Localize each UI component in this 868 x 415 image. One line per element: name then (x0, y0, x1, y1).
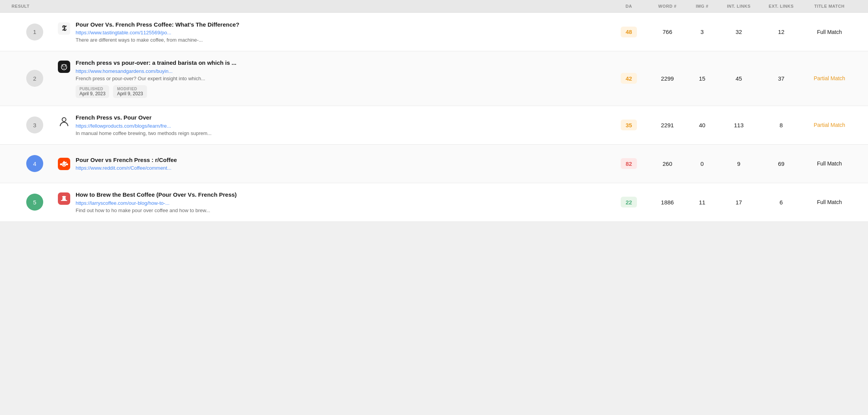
result-url[interactable]: https://www.homesandgardens.com/buyin... (76, 68, 236, 74)
int-links-cell: 113 (718, 122, 760, 128)
result-url[interactable]: https://www.tastingtable.com/1125569/po.… (76, 30, 240, 35)
da-cell: 48 (610, 27, 648, 37)
result-col: French Press vs. Pour Over https://fello… (58, 114, 610, 136)
result-snippet: Find out how to ho make pour over coffee… (76, 208, 237, 213)
rank-col: 4 (12, 155, 58, 172)
result-meta: Published April 9, 2023 Modified April 9… (76, 85, 236, 98)
table-row: 3 French Press vs. Pour Over https://fel… (0, 106, 868, 145)
results-table: Result DA Word # IMG # Int. Links Ext. L… (0, 0, 868, 415)
svg-point-8 (65, 162, 67, 163)
da-cell: 35 (610, 120, 648, 130)
word-cell: 2299 (648, 75, 687, 82)
table-row: 4 Pour Over vs French Press (0, 145, 868, 183)
favicon-col (58, 114, 70, 128)
img-cell: 3 (687, 29, 718, 35)
int-links-cell: 32 (718, 29, 760, 35)
result-content: Pour Over Vs. French Press Coffee: What'… (76, 21, 240, 43)
result-snippet: There are different ways to make coffee,… (76, 37, 240, 43)
table-row: 5 How to Brew the Best Coffee (Pour Over… (0, 183, 868, 222)
word-cell: 260 (648, 160, 687, 167)
da-badge: 82 (621, 158, 637, 169)
ext-links-cell: 12 (760, 29, 802, 35)
result-url[interactable]: https://larryscoffee.com/our-blog/how-to… (76, 200, 237, 206)
svg-point-11 (66, 163, 68, 165)
result-col: How to Brew the Best Coffee (Pour Over V… (58, 191, 610, 213)
da-cell: 82 (610, 158, 648, 169)
int-links-cell: 45 (718, 75, 760, 82)
rank-number: 2 (26, 70, 43, 87)
result-content: French Press vs. Pour Over https://fello… (76, 114, 211, 136)
rows-container: 1 𝕿 Pour Over Vs. French Press Coffee: W… (0, 13, 868, 222)
svg-point-3 (65, 66, 66, 67)
rank-number: 5 (26, 194, 43, 211)
result-title: French press vs pour-over: a trained bar… (76, 59, 236, 67)
result-content: Pour Over vs French Press : r/Coffee htt… (76, 156, 177, 171)
int-links-cell: 9 (718, 160, 760, 167)
result-url[interactable]: https://www.reddit.com/r/Coffee/comment.… (76, 165, 177, 171)
col-da: DA (610, 4, 648, 8)
col-int-links: Int. Links (718, 4, 760, 8)
result-title: How to Brew the Best Coffee (Pour Over V… (76, 191, 237, 199)
favicon-col (58, 59, 70, 73)
da-badge: 35 (621, 120, 637, 130)
ext-links-cell: 37 (760, 75, 802, 82)
col-title-match: Title Match (802, 4, 856, 8)
svg-point-10 (60, 163, 62, 165)
ext-links-cell: 6 (760, 199, 802, 206)
col-word: Word # (648, 4, 687, 8)
result-content: How to Brew the Best Coffee (Pour Over V… (76, 191, 237, 213)
svg-point-4 (62, 118, 66, 121)
result-snippet: In manual home coffee brewing, two metho… (76, 130, 211, 136)
favicon-col (58, 191, 70, 205)
rank-col: 5 (12, 194, 58, 211)
title-match-cell: Partial Match (802, 75, 856, 81)
table-header: Result DA Word # IMG # Int. Links Ext. L… (0, 0, 868, 13)
table-row: 2 French press vs pour-over: a trained b… (0, 51, 868, 106)
result-title: Pour Over vs French Press : r/Coffee (76, 156, 177, 164)
da-badge: 48 (621, 27, 637, 37)
word-cell: 2291 (648, 122, 687, 128)
svg-point-2 (62, 66, 63, 67)
rank-col: 2 (12, 70, 58, 87)
svg-point-9 (63, 161, 65, 162)
rank-col: 1 (12, 24, 58, 40)
word-cell: 1886 (648, 199, 687, 206)
col-result-spacer (58, 4, 610, 8)
img-cell: 11 (687, 199, 718, 206)
favicon-col: 𝕿 (58, 21, 70, 35)
col-result: Result (12, 4, 58, 8)
svg-point-7 (65, 164, 66, 164)
rank-number: 3 (26, 116, 43, 133)
svg-point-12 (62, 196, 66, 197)
result-title: Pour Over Vs. French Press Coffee: What'… (76, 21, 240, 29)
svg-rect-0 (59, 61, 69, 72)
img-cell: 15 (687, 75, 718, 82)
favicon-col (58, 156, 70, 170)
word-cell: 766 (648, 29, 687, 35)
rank-number: 4 (26, 155, 43, 172)
int-links-cell: 17 (718, 199, 760, 206)
da-badge: 22 (621, 197, 637, 208)
result-col: French press vs pour-over: a trained bar… (58, 59, 610, 98)
result-col: Pour Over vs French Press : r/Coffee htt… (58, 156, 610, 171)
published-badge: Published April 9, 2023 (76, 85, 109, 98)
title-match-cell: Full Match (802, 29, 856, 35)
da-badge: 42 (621, 73, 637, 84)
title-match-cell: Partial Match (802, 122, 856, 128)
result-col: 𝕿 Pour Over Vs. French Press Coffee: Wha… (58, 21, 610, 43)
title-match-cell: Full Match (802, 160, 856, 167)
title-match-cell: Full Match (802, 199, 856, 205)
rank-number: 1 (26, 24, 43, 40)
ext-links-cell: 69 (760, 160, 802, 167)
da-cell: 42 (610, 73, 648, 84)
img-cell: 40 (687, 122, 718, 128)
rank-col: 3 (12, 116, 58, 133)
result-title: French Press vs. Pour Over (76, 114, 211, 121)
ext-links-cell: 8 (760, 122, 802, 128)
svg-point-6 (62, 164, 63, 164)
result-snippet: French press or pour-over? Our expert in… (76, 76, 236, 81)
result-content: French press vs pour-over: a trained bar… (76, 59, 236, 98)
result-url[interactable]: https://fellowproducts.com/blogs/learn/f… (76, 123, 211, 129)
col-ext-links: Ext. Links (760, 4, 802, 8)
img-cell: 0 (687, 160, 718, 167)
